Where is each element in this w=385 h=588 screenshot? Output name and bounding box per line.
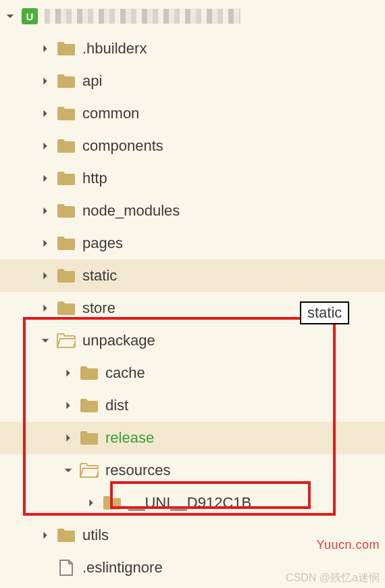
tree-row-static[interactable]: static — [0, 260, 385, 292]
tree-row-nodemodules[interactable]: node_modules — [0, 195, 385, 227]
chevron-right-icon[interactable] — [39, 75, 51, 87]
folder-open-icon — [57, 331, 76, 350]
tree-label: common — [82, 105, 139, 122]
folder-icon — [57, 39, 76, 58]
folder-icon — [57, 234, 76, 253]
folder-open-icon — [80, 461, 99, 480]
chevron-right-icon[interactable] — [39, 529, 51, 541]
tree-row-common[interactable]: common — [0, 97, 385, 130]
chevron-right-icon[interactable] — [39, 237, 51, 249]
tree-row-dist[interactable]: dist — [0, 389, 385, 422]
tree-label: pages — [82, 235, 123, 252]
folder-icon — [80, 364, 99, 383]
tree-row-components[interactable]: components — [0, 130, 385, 162]
chevron-right-icon[interactable] — [39, 107, 51, 120]
tree-label: components — [82, 137, 163, 155]
project-root-row[interactable]: U — [0, 0, 385, 32]
tree-row-unid912c1b[interactable]: __UNI__D912C1B — [0, 487, 385, 519]
chevron-down-icon[interactable] — [62, 464, 74, 476]
folder-icon — [80, 428, 99, 447]
tree-label: resources — [105, 462, 171, 479]
tree-row-unpackage[interactable]: unpackage — [0, 324, 385, 357]
folder-icon — [57, 299, 76, 318]
chevron-right-icon[interactable] — [62, 367, 74, 379]
tree-label: unpackage — [82, 332, 155, 349]
chevron-right-icon[interactable] — [39, 43, 51, 55]
folder-icon — [57, 72, 76, 91]
chevron-none — [39, 562, 51, 574]
folder-icon — [57, 137, 76, 155]
chevron-right-icon[interactable] — [39, 270, 51, 282]
chevron-right-icon[interactable] — [62, 399, 74, 412]
folder-icon — [80, 396, 99, 415]
chevron-right-icon[interactable] — [39, 205, 51, 217]
tree-row-pages[interactable]: pages — [0, 227, 385, 260]
chevron-right-icon[interactable] — [85, 497, 97, 509]
tree-label: static — [82, 267, 117, 285]
tree-row-http[interactable]: http — [0, 162, 385, 195]
tree-label: dist — [105, 397, 128, 414]
folder-icon — [57, 169, 76, 188]
tree-label: store — [82, 299, 116, 317]
folder-icon — [57, 526, 76, 545]
watermark-csdn: CSDN @残忆a迷悯 — [286, 571, 380, 585]
folder-icon — [57, 104, 76, 123]
tree-label: api — [82, 72, 102, 90]
tree-row-hbuilderx[interactable]: .hbuilderx — [0, 32, 385, 65]
chevron-right-icon[interactable] — [39, 140, 51, 152]
project-name-obscured — [45, 9, 240, 24]
file-icon — [57, 558, 76, 577]
chevron-right-icon[interactable] — [39, 172, 51, 185]
tree-row-resources[interactable]: resources — [0, 454, 385, 487]
chevron-right-icon[interactable] — [62, 432, 74, 444]
tree-label: http — [82, 170, 107, 187]
chevron-down-icon[interactable] — [4, 10, 16, 22]
tree-row-cache[interactable]: cache — [0, 357, 385, 389]
tree-label: release — [105, 429, 154, 447]
tooltip: static — [300, 301, 349, 324]
folder-icon — [57, 266, 76, 285]
project-icon: U — [22, 8, 38, 24]
file-tree: U .hbuilderxapicommoncomponentshttpnode_… — [0, 0, 385, 584]
chevron-right-icon[interactable] — [39, 302, 51, 314]
tree-label: node_modules — [82, 202, 180, 220]
tree-label: .eslintignore — [82, 559, 163, 577]
folder-icon — [57, 201, 76, 220]
watermark-yuucn: Yuucn.com — [316, 538, 380, 552]
tree-label: .hbuilderx — [82, 40, 147, 57]
chevron-down-icon[interactable] — [39, 335, 51, 347]
tree-label: cache — [105, 364, 145, 382]
tree-row-api[interactable]: api — [0, 65, 385, 97]
tree-label: __UNI__D912C1B — [128, 494, 251, 512]
folder-icon — [103, 493, 122, 512]
tree-label: utils — [82, 526, 109, 544]
tree-row-release[interactable]: release — [0, 422, 385, 454]
